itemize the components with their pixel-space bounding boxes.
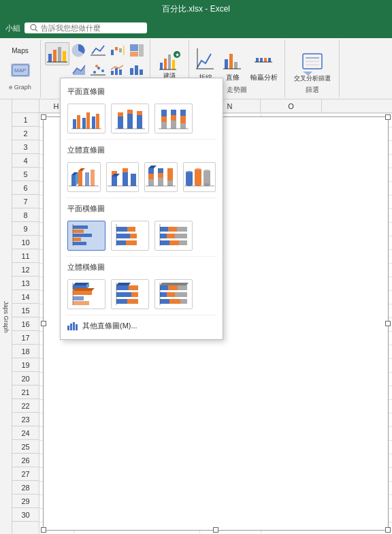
resize-handle-bottom-left[interactable] xyxy=(41,527,46,533)
svg-rect-134 xyxy=(160,240,169,245)
col-header-o[interactable]: O xyxy=(261,99,322,112)
chart-item-3d-100pct[interactable] xyxy=(144,162,178,192)
row-6[interactable]: 6 xyxy=(12,181,39,195)
svg-rect-95 xyxy=(148,168,154,174)
svg-marker-82 xyxy=(78,168,85,171)
row-2[interactable]: 2 xyxy=(12,127,39,140)
svg-rect-115 xyxy=(73,234,92,237)
filter-label: 篩選 xyxy=(306,86,319,93)
row-7[interactable]: 7 xyxy=(12,195,39,208)
row-30[interactable]: 30 xyxy=(12,508,39,522)
maps-label: Maps xyxy=(12,46,28,55)
line-chart-button2[interactable] xyxy=(90,42,108,61)
row-5[interactable]: 5 xyxy=(12,168,39,181)
svg-rect-166 xyxy=(76,324,78,330)
resize-handle-bottom-center[interactable] xyxy=(213,527,218,533)
row-11[interactable]: 11 xyxy=(12,249,39,263)
svg-rect-59 xyxy=(96,114,99,129)
chart-item-100pct[interactable] xyxy=(154,104,193,134)
pie-chart-button[interactable] xyxy=(71,42,88,61)
row-25[interactable]: 25 xyxy=(12,440,39,454)
chart-item-clustered[interactable] xyxy=(67,104,105,134)
svg-rect-128 xyxy=(160,227,168,232)
bar-trend-button[interactable]: 直條 xyxy=(220,47,245,84)
treemap-button[interactable] xyxy=(128,42,146,61)
row-28[interactable]: 28 xyxy=(12,481,39,494)
svg-rect-101 xyxy=(167,168,173,180)
section-2d-horiz: 平面橫條圖 xyxy=(66,201,217,253)
row-8[interactable]: 8 xyxy=(12,208,39,222)
row-10[interactable]: 10 xyxy=(12,236,39,249)
chart-type-dropdown: 平面直條圖 xyxy=(60,78,223,340)
row-29[interactable]: 29 xyxy=(12,494,39,508)
search-icon xyxy=(30,24,38,32)
row-14[interactable]: 14 xyxy=(12,290,39,304)
resize-handle-bottom-right[interactable] xyxy=(385,527,391,533)
row-3[interactable]: 3 xyxy=(12,140,39,154)
chart-item-3d-stacked[interactable] xyxy=(106,162,140,192)
row-18[interactable]: 18 xyxy=(12,345,39,358)
svg-rect-73 xyxy=(171,110,176,115)
search-input[interactable] xyxy=(41,24,142,32)
svg-rect-165 xyxy=(73,322,75,330)
left-sidebar-label: Japs Graph xyxy=(3,301,10,333)
waterfall-button[interactable] xyxy=(109,42,127,61)
chart-item-3d-horiz-stacked[interactable] xyxy=(111,279,149,309)
svg-rect-116 xyxy=(73,238,81,241)
chart-item-3d-horiz-100pct[interactable] xyxy=(154,279,193,309)
svg-point-16 xyxy=(95,65,98,67)
svg-rect-42 xyxy=(234,62,238,69)
svg-rect-30 xyxy=(140,69,143,75)
row-13[interactable]: 13 xyxy=(12,277,39,290)
row-27[interactable]: 27 xyxy=(12,467,39,481)
chart-item-stacked[interactable] xyxy=(111,104,149,134)
row-19[interactable]: 19 xyxy=(12,358,39,372)
row-17[interactable]: 17 xyxy=(12,331,39,345)
svg-marker-137 xyxy=(73,283,89,285)
svg-rect-21 xyxy=(123,46,125,55)
more-charts-link[interactable]: 其他直條圖(M)... xyxy=(66,318,217,334)
row-9[interactable]: 9 xyxy=(12,222,39,236)
chart-item-3d-clustered[interactable] xyxy=(67,162,101,192)
resize-handle-mid-right[interactable] xyxy=(385,321,391,326)
svg-rect-107 xyxy=(195,170,201,185)
bar-chart-small-icon xyxy=(67,321,78,331)
resize-handle-top-left[interactable] xyxy=(41,114,46,120)
chart-row-2d-horiz xyxy=(66,218,217,253)
row-20[interactable]: 20 xyxy=(12,372,39,386)
row-21[interactable]: 21 xyxy=(12,386,39,399)
row-22[interactable]: 22 xyxy=(12,399,39,413)
winloss-button[interactable]: 輸贏分析 xyxy=(248,47,280,84)
chart-item-horiz-clustered[interactable] xyxy=(67,221,105,251)
row-23[interactable]: 23 xyxy=(12,413,39,426)
svg-rect-25 xyxy=(111,71,114,75)
svg-rect-91 xyxy=(131,174,136,186)
row-26[interactable]: 26 xyxy=(12,454,39,467)
svg-rect-22 xyxy=(130,44,138,51)
row-15[interactable]: 15 xyxy=(12,304,39,317)
svg-rect-154 xyxy=(160,285,168,290)
row-16[interactable]: 16 xyxy=(12,317,39,331)
svg-rect-19 xyxy=(115,47,118,50)
svg-rect-83 xyxy=(85,172,89,186)
chart-item-horiz-100pct[interactable] xyxy=(154,221,193,251)
slicer-button[interactable]: 交叉分析篩選 xyxy=(291,50,333,84)
svg-rect-61 xyxy=(118,116,123,129)
svg-rect-144 xyxy=(116,285,129,290)
chart-item-horiz-stacked[interactable] xyxy=(111,221,149,251)
section-3d-bar-title: 立體直條圖 xyxy=(66,142,217,159)
resize-handle-top-right[interactable] xyxy=(385,114,391,120)
row-4[interactable]: 4 xyxy=(12,154,39,168)
chart-item-3d-cylinder[interactable] xyxy=(183,162,216,192)
row-24[interactable]: 24 xyxy=(12,426,39,440)
svg-rect-121 xyxy=(116,234,130,238)
chart-item-3d-horiz-clustered[interactable] xyxy=(67,279,105,309)
row-1[interactable]: 1 xyxy=(12,113,39,127)
svg-rect-40 xyxy=(225,59,228,69)
svg-rect-117 xyxy=(73,242,86,245)
bar-chart-button[interactable] xyxy=(45,42,69,65)
svg-rect-147 xyxy=(116,292,131,297)
more-charts-label: 其他直條圖(M)... xyxy=(82,321,137,331)
resize-handle-mid-left[interactable] xyxy=(41,321,46,326)
row-12[interactable]: 12 xyxy=(12,263,39,277)
